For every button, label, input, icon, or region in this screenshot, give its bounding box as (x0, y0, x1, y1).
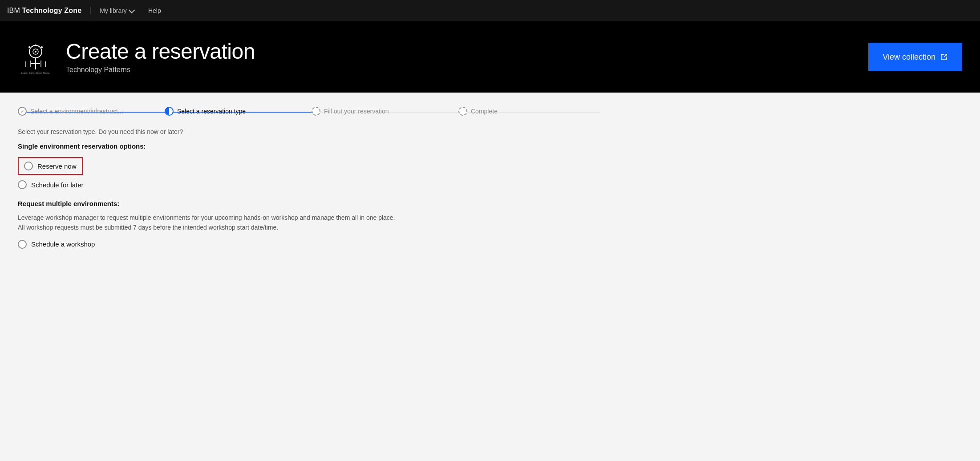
step-3-label: Fill out your reservation (324, 108, 389, 115)
multiple-env-heading: Request multiple environments: (18, 200, 605, 207)
step-2-active-icon (165, 107, 174, 116)
svg-point-9 (35, 44, 36, 46)
hero-header: Learn. Build. Show. Share. Create a rese… (0, 21, 980, 93)
step-item-3: Fill out your reservation (312, 107, 458, 116)
brand-logo: IBM Technology Zone (7, 7, 91, 15)
svg-line-13 (944, 54, 947, 57)
step-3-pending-icon (312, 107, 320, 116)
svg-point-2 (35, 51, 36, 53)
workshop-description: Leverage workshop manager to request mul… (18, 213, 418, 233)
hero-text-block: Create a reservation Technology Patterns (66, 40, 868, 74)
step-item-4: Complete (458, 107, 605, 116)
schedule-workshop-label: Schedule a workshop (31, 240, 95, 248)
hero-subtitle: Technology Patterns (66, 66, 868, 74)
step-2-label: Select a reservation type (177, 108, 246, 115)
top-navigation: IBM Technology Zone My library Help (0, 0, 980, 21)
reserve-now-option[interactable]: Reserve now (24, 162, 77, 170)
main-content: Select a environment/infrastruct... Sele… (0, 93, 623, 268)
help-link[interactable]: Help (148, 7, 161, 14)
svg-point-10 (41, 46, 43, 48)
page-title: Create a reservation (66, 40, 868, 64)
reserve-now-container: Reserve now (18, 157, 83, 175)
step-1-completed-icon (18, 107, 27, 116)
step-item-1: Select a environment/infrastruct... (18, 107, 165, 116)
steps-row: Select a environment/infrastruct... Sele… (18, 107, 605, 116)
nav-links: My library Help (100, 7, 161, 14)
step-1-label: Select a environment/infrastruct... (30, 108, 123, 115)
svg-point-11 (28, 46, 30, 48)
schedule-workshop-option[interactable]: Schedule a workshop (18, 240, 605, 249)
schedule-workshop-radio[interactable] (18, 240, 27, 249)
svg-text:Learn. Build. Show. Share.: Learn. Build. Show. Share. (21, 72, 50, 74)
form-section: Select your reservation type. Do you nee… (18, 128, 605, 249)
external-link-icon (940, 53, 948, 61)
progress-tracker: Select a environment/infrastruct... Sele… (18, 107, 605, 116)
schedule-later-label: Schedule for later (31, 181, 84, 189)
hero-logo: Learn. Build. Show. Share. (18, 39, 53, 75)
view-collection-button[interactable]: View collection (868, 43, 962, 71)
reserve-now-radio[interactable] (24, 162, 33, 170)
chevron-down-icon (129, 7, 135, 13)
step-4-pending-icon (458, 107, 467, 116)
reserve-now-label: Reserve now (37, 162, 77, 170)
form-description: Select your reservation type. Do you nee… (18, 128, 605, 135)
my-library-link[interactable]: My library (100, 7, 134, 14)
schedule-later-radio[interactable] (18, 180, 27, 189)
schedule-later-option[interactable]: Schedule for later (18, 180, 605, 189)
step-4-label: Complete (471, 108, 498, 115)
single-env-heading: Single environment reservation options: (18, 142, 605, 150)
step-item-2: Select a reservation type (165, 107, 312, 116)
